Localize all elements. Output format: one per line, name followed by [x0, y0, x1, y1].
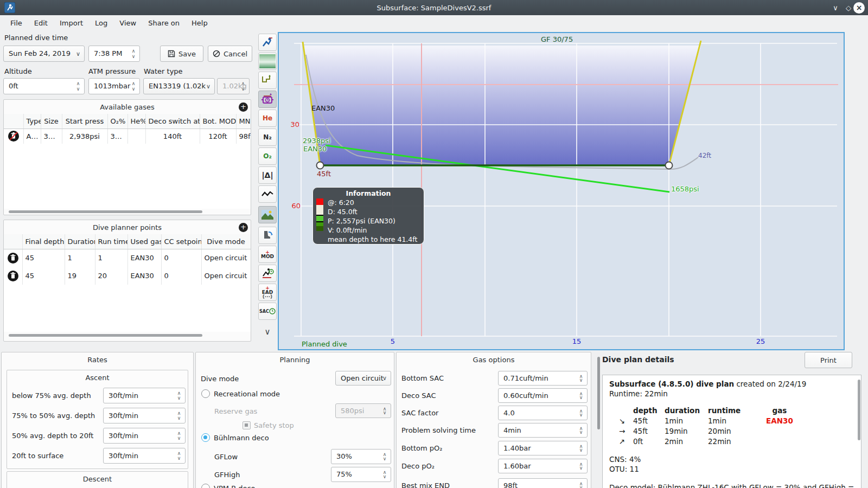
- waypoint-handle[interactable]: [666, 162, 673, 169]
- spin-down-icon[interactable]: ∨: [130, 87, 137, 91]
- o2-graph-button[interactable]: O₂: [258, 147, 277, 165]
- water-type-select[interactable]: EN13319 (1.02k ∨: [143, 78, 215, 94]
- spin-down-icon[interactable]: ∨: [176, 436, 182, 440]
- best-mix-end-stepper[interactable]: 98ft∧∨: [498, 478, 588, 488]
- photos-toggle-button[interactable]: [258, 206, 277, 223]
- dive-time-stepper[interactable]: 7:38 PM ∧ ∨: [88, 46, 140, 62]
- menu-file[interactable]: File: [4, 16, 28, 30]
- menu-share-on[interactable]: Share on: [142, 16, 186, 30]
- delete-point-button[interactable]: [4, 249, 22, 267]
- spin-down-icon[interactable]: ∨: [176, 396, 182, 400]
- menu-edit[interactable]: Edit: [28, 16, 54, 30]
- point-used-gas[interactable]: EAN30: [127, 249, 161, 267]
- spin-down-icon[interactable]: ∨: [578, 466, 584, 470]
- menu-import[interactable]: Import: [54, 16, 89, 30]
- gas-he[interactable]: [127, 129, 145, 144]
- point-cc-setpoint[interactable]: 0: [161, 267, 201, 285]
- spin-down-icon[interactable]: ∨: [176, 456, 182, 460]
- delta-pressure-button[interactable]: |Δ|: [258, 166, 277, 184]
- gas-bot-mod[interactable]: 120ft: [200, 129, 236, 144]
- gflow-stepper[interactable]: 30% ∧ ∨: [331, 449, 391, 464]
- minimize-icon[interactable]: ∨: [828, 0, 843, 15]
- ndl-toggle-button[interactable]: [258, 265, 277, 282]
- altitude-stepper[interactable]: 0ft ∧ ∨: [3, 78, 85, 94]
- point-dive-mode[interactable]: Open circuit: [201, 267, 251, 285]
- buhlmann-deco-radio[interactable]: [201, 433, 210, 442]
- tissue-heatmap-button[interactable]: [258, 227, 277, 244]
- bottom-sac-stepper[interactable]: 0.71cuft/min∧∨: [498, 371, 588, 386]
- point-final-depth[interactable]: 45: [22, 249, 65, 267]
- spin-down-icon[interactable]: ∨: [578, 448, 584, 452]
- spin-down-icon[interactable]: ∨: [381, 474, 388, 479]
- recreational-mode-radio[interactable]: [201, 389, 210, 398]
- gas-mnd[interactable]: 98f: [236, 129, 251, 144]
- print-button[interactable]: Print: [805, 352, 852, 368]
- spin-down-icon[interactable]: ∨: [75, 87, 81, 91]
- gas-deco-switch[interactable]: 140ft: [145, 129, 200, 144]
- spin-down-icon[interactable]: ∨: [176, 416, 182, 420]
- ead-toggle-button[interactable]: +EAD(···): [258, 284, 277, 301]
- spin-down-icon[interactable]: ∨: [578, 413, 584, 417]
- safety-stop-checkbox[interactable]: [242, 421, 251, 429]
- delete-gas-button[interactable]: [4, 129, 23, 144]
- profile-toggle-button[interactable]: [258, 72, 277, 89]
- point-duration[interactable]: 1: [65, 249, 95, 267]
- deco-sac-stepper[interactable]: 0.60cuft/min∧∨: [498, 388, 588, 403]
- waypoint-handle[interactable]: [317, 162, 324, 169]
- add-gas-button[interactable]: +: [239, 102, 248, 112]
- plan-dive-button[interactable]: [258, 34, 277, 51]
- menu-view[interactable]: View: [113, 16, 142, 30]
- problem-solving-time-stepper[interactable]: 4min∧∨: [498, 423, 588, 438]
- points-hscrollbar[interactable]: [9, 334, 202, 337]
- point-cc-setpoint[interactable]: 0: [161, 249, 201, 267]
- spin-down-icon[interactable]: ∨: [578, 395, 584, 400]
- planner-mode-button[interactable]: [258, 91, 277, 108]
- dive-date-select[interactable]: Sun Feb 24, 2019 ∨: [3, 46, 85, 62]
- ascent-rate-stepper-1[interactable]: 30ft/min∧∨: [103, 388, 186, 403]
- mod-toggle-button[interactable]: +MOD: [258, 246, 277, 263]
- point-run-time[interactable]: 20: [95, 267, 127, 285]
- ascent-rate-stepper-4[interactable]: 30ft/min∧∨: [103, 448, 186, 464]
- spin-down-icon[interactable]: ∨: [578, 378, 584, 382]
- point-dive-mode[interactable]: Open circuit: [201, 249, 251, 267]
- close-icon[interactable]: ×: [853, 2, 865, 14]
- spin-up-icon[interactable]: ∧: [176, 391, 182, 395]
- spin-down-icon[interactable]: ∨: [381, 457, 388, 461]
- toolbar-more-icon[interactable]: ∨: [260, 327, 275, 337]
- spin-down-icon[interactable]: ∨: [578, 430, 584, 434]
- n2-graph-button[interactable]: N₂: [258, 129, 277, 146]
- point-duration[interactable]: 19: [65, 267, 95, 285]
- spin-up-icon[interactable]: ∧: [130, 49, 137, 53]
- menu-help[interactable]: Help: [186, 16, 214, 30]
- spin-up-icon[interactable]: ∧: [176, 451, 182, 455]
- cancel-button[interactable]: Cancel: [208, 46, 252, 62]
- gas-start-press[interactable]: 2,938psi: [62, 129, 107, 144]
- gas-type[interactable]: A…: [23, 129, 41, 144]
- ascent-rate-stepper-3[interactable]: 30ft/min∧∨: [103, 428, 186, 444]
- atm-pressure-stepper[interactable]: 1013mbar ∧ ∨: [88, 78, 140, 94]
- depth-gradient-button[interactable]: [258, 53, 277, 70]
- sac-toggle-button[interactable]: SAC: [258, 303, 277, 320]
- gas-o2[interactable]: 3…: [107, 129, 127, 144]
- spin-down-icon[interactable]: ∨: [578, 485, 584, 488]
- spin-up-icon[interactable]: ∧: [176, 431, 182, 435]
- spin-up-icon[interactable]: ∧: [130, 81, 137, 86]
- gases-hscrollbar[interactable]: [9, 210, 202, 213]
- gas-size[interactable]: 3…: [41, 129, 62, 144]
- heartrate-button[interactable]: [258, 185, 277, 203]
- ascent-rate-stepper-2[interactable]: 30ft/min∧∨: [103, 408, 186, 423]
- bottom-po2-stepper[interactable]: 1.40bar∧∨: [498, 441, 588, 455]
- delete-point-button[interactable]: [4, 267, 22, 285]
- save-button[interactable]: Save: [160, 46, 203, 62]
- spin-down-icon[interactable]: ∨: [130, 54, 137, 59]
- panel-vscrollbar[interactable]: [597, 357, 600, 429]
- point-final-depth[interactable]: 45: [22, 267, 65, 285]
- dive-mode-select[interactable]: Open circuit ∨: [335, 371, 391, 386]
- gfhigh-stepper[interactable]: 75% ∧ ∨: [331, 467, 391, 482]
- spin-up-icon[interactable]: ∧: [75, 81, 81, 86]
- point-run-time[interactable]: 1: [95, 249, 127, 267]
- deco-po2-stepper[interactable]: 1.60bar∧∨: [498, 459, 588, 473]
- plan-text-vscrollbar[interactable]: [858, 380, 860, 440]
- menu-log[interactable]: Log: [89, 16, 113, 30]
- sac-factor-stepper[interactable]: 4.0∧∨: [498, 406, 588, 420]
